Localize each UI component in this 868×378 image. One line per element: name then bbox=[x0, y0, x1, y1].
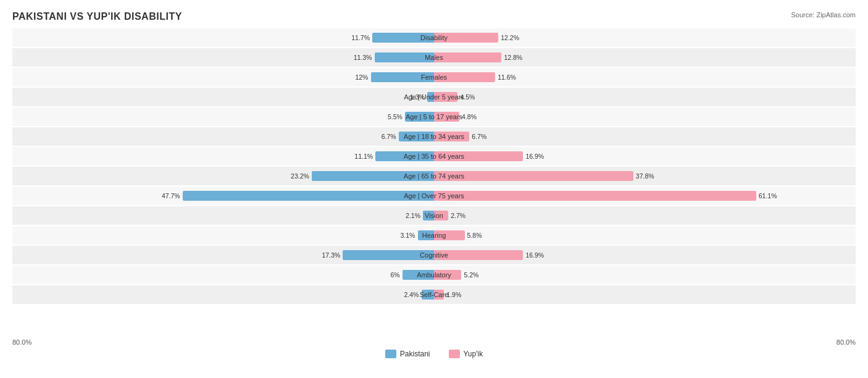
table-row: Disability11.7%12.2% bbox=[12, 28, 856, 47]
value-right: 5.8% bbox=[467, 232, 482, 239]
table-row: Ambulatory6%5.2% bbox=[12, 266, 856, 284]
value-right: 11.6% bbox=[498, 74, 516, 81]
value-left: 2.4% bbox=[404, 291, 419, 298]
axis-bottom: 80.0% 80.0% bbox=[12, 336, 856, 346]
table-row: Males11.3%12.8% bbox=[12, 48, 856, 67]
legend-pakistani: Pakistani bbox=[385, 350, 430, 358]
row-label: Age | 5 to 17 years bbox=[406, 113, 462, 120]
pakistani-color-box bbox=[385, 350, 396, 358]
value-right: 1.9% bbox=[446, 291, 461, 298]
legend-yupik-label: Yup'ik bbox=[464, 350, 483, 358]
bar-yupik bbox=[434, 52, 501, 62]
bar-pakistani bbox=[183, 191, 434, 201]
value-left: 6.7% bbox=[382, 133, 396, 140]
value-right: 12.8% bbox=[504, 54, 522, 61]
row-label: Age | Over 75 years bbox=[404, 192, 464, 200]
value-left: 11.1% bbox=[354, 153, 373, 160]
row-label: Age | Under 5 years bbox=[404, 93, 464, 101]
value-left: 12% bbox=[355, 74, 368, 81]
source-label: Source: ZipAtlas.com bbox=[791, 11, 856, 19]
value-right: 12.2% bbox=[501, 34, 519, 41]
row-label: Ambulatory bbox=[417, 271, 451, 279]
value-left: 6% bbox=[391, 271, 400, 279]
table-row: Self-Care2.4%1.9% bbox=[12, 285, 856, 304]
row-label: Self-Care bbox=[420, 291, 448, 298]
table-row: Cognitive17.3%16.9% bbox=[12, 246, 856, 264]
value-left: 5.5% bbox=[388, 113, 403, 120]
table-row: Vision2.1%2.7% bbox=[12, 206, 856, 225]
chart-area: Disability11.7%12.2%Males11.3%12.8%Femal… bbox=[12, 28, 856, 334]
row-label: Age | 18 to 34 years bbox=[404, 133, 464, 140]
chart-title: PAKISTANI VS YUP'IK DISABILITY bbox=[12, 11, 856, 22]
value-left: 17.3% bbox=[322, 251, 340, 259]
value-right: 5.2% bbox=[464, 271, 478, 279]
row-label: Cognitive bbox=[420, 251, 448, 259]
legend: Pakistani Yup'ik bbox=[12, 350, 856, 358]
yupik-color-box bbox=[449, 350, 460, 358]
value-right: 6.7% bbox=[472, 133, 486, 140]
value-left: 2.1% bbox=[406, 212, 420, 219]
table-row: Age | 65 to 74 years23.2%37.8% bbox=[12, 167, 856, 185]
row-label: Hearing bbox=[422, 232, 446, 239]
value-left: 11.7% bbox=[351, 34, 370, 41]
row-label: Age | 65 to 74 years bbox=[404, 172, 464, 180]
legend-pakistani-label: Pakistani bbox=[400, 350, 430, 358]
value-left: 3.1% bbox=[401, 232, 415, 239]
row-label: Males bbox=[425, 54, 443, 61]
table-row: Age | 18 to 34 years6.7%6.7% bbox=[12, 127, 856, 146]
value-right: 2.7% bbox=[451, 212, 465, 219]
value-right: 37.8% bbox=[636, 172, 654, 180]
chart-container: PAKISTANI VS YUP'IK DISABILITY Source: Z… bbox=[0, 0, 868, 378]
row-label: Females bbox=[421, 74, 447, 81]
table-row: Females12%11.6% bbox=[12, 68, 856, 86]
table-row: Hearing3.1%5.8% bbox=[12, 226, 856, 245]
table-row: Age | 35 to 64 years11.1%16.9% bbox=[12, 147, 856, 166]
value-right: 16.9% bbox=[525, 251, 544, 259]
value-right: 61.1% bbox=[759, 192, 777, 200]
value-left: 47.7% bbox=[162, 192, 180, 200]
legend-yupik: Yup'ik bbox=[449, 350, 483, 358]
table-row: Age | Under 5 years1.3%4.5% bbox=[12, 88, 856, 106]
value-right: 4.8% bbox=[462, 113, 477, 120]
bar-yupik bbox=[434, 191, 756, 201]
axis-right-label: 80.0% bbox=[837, 338, 856, 346]
value-right: 16.9% bbox=[525, 153, 544, 160]
table-row: Age | Over 75 years47.7%61.1% bbox=[12, 187, 856, 205]
value-left: 23.2% bbox=[291, 172, 309, 180]
table-row: Age | 5 to 17 years5.5%4.8% bbox=[12, 107, 856, 126]
axis-left-label: 80.0% bbox=[12, 338, 31, 346]
row-label: Age | 35 to 64 years bbox=[404, 153, 464, 160]
value-left: 11.3% bbox=[354, 54, 372, 61]
row-label: Vision bbox=[425, 212, 443, 219]
row-label: Disability bbox=[420, 34, 448, 41]
